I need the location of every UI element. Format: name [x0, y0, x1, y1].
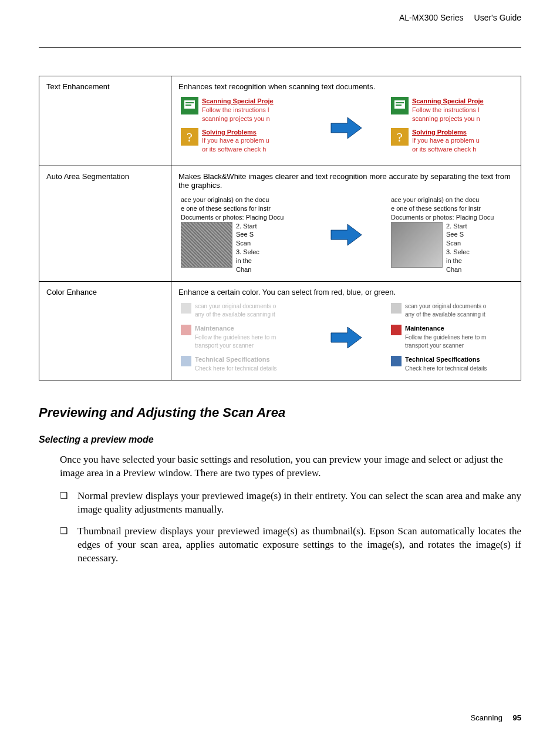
scan-icon — [181, 97, 198, 114]
illustration: Scanning Special Proje Follow the instru… — [178, 97, 514, 159]
doc-icon — [181, 303, 191, 314]
svg-marker-13 — [331, 224, 362, 245]
svg-marker-6 — [331, 117, 362, 139]
header-rule — [39, 47, 521, 48]
help-icon: ? — [391, 128, 409, 146]
feature-table: Text Enhancement Enhances text recogniti… — [39, 76, 521, 380]
feature-desc-cell: Enhances text recognition when scanning … — [171, 76, 521, 166]
svg-rect-19 — [391, 325, 402, 335]
cat-photo — [181, 222, 232, 268]
list-item: Thumbnail preview displays your previewe… — [60, 525, 521, 565]
spec-icon — [391, 356, 402, 366]
section-heading: Previewing and Adjusting the Scan Area — [39, 405, 521, 420]
after-panel: Scanning Special Proje Follow the instru… — [391, 97, 511, 159]
svg-rect-10 — [396, 105, 402, 106]
svg-rect-3 — [185, 105, 191, 106]
chapter-name: Scanning — [471, 713, 502, 722]
svg-rect-18 — [391, 303, 402, 314]
after-panel: scan your original documents o any of th… — [391, 302, 511, 373]
feature-desc: Enhances text recognition when scanning … — [178, 82, 514, 91]
svg-rect-14 — [181, 303, 191, 314]
feature-desc: Enhance a certain color. You can select … — [178, 288, 514, 296]
feature-name: Auto Area Segmentation — [46, 172, 129, 181]
before-panel: scan your original documents o any of th… — [181, 302, 301, 373]
guide-label: User's Guide — [474, 13, 521, 22]
page-header: AL-MX300 Series User's Guide — [39, 13, 521, 22]
intro-paragraph: Once you have selected your basic settin… — [60, 453, 521, 480]
subsection-heading: Selecting a preview mode — [39, 434, 521, 445]
feature-name: Color Enhance — [46, 288, 97, 296]
before-panel: Scanning Special Proje Follow the instru… — [181, 97, 301, 159]
page-number: 95 — [513, 713, 521, 722]
svg-marker-17 — [331, 327, 362, 348]
feature-desc-cell: Makes Black&White images clearer and tex… — [171, 166, 521, 282]
cat-photo — [391, 222, 443, 268]
help-icon: ? — [181, 128, 198, 146]
series-label: AL-MX300 Series — [399, 13, 464, 22]
before-panel: ace your originals) on the docu e one of… — [181, 196, 301, 274]
table-row: Auto Area Segmentation Makes Black&White… — [39, 166, 521, 282]
list-item: Normal preview displays your previewed i… — [60, 490, 521, 517]
feature-name: Text Enhancement — [46, 82, 110, 91]
preview-modes-list: Normal preview displays your previewed i… — [60, 490, 521, 565]
arrow-icon — [325, 326, 367, 349]
svg-rect-16 — [181, 356, 191, 366]
spec-icon — [181, 356, 191, 366]
svg-rect-9 — [396, 102, 404, 103]
feature-name-cell: Color Enhance — [39, 281, 171, 380]
svg-text:?: ? — [397, 130, 403, 144]
table-row: Color Enhance Enhance a certain color. Y… — [39, 281, 521, 380]
illustration: ace your originals) on the docu e one of… — [178, 196, 514, 274]
feature-name-cell: Auto Area Segmentation — [39, 166, 171, 282]
doc-icon — [391, 303, 402, 314]
feature-desc: Makes Black&White images clearer and tex… — [178, 172, 514, 190]
svg-rect-15 — [181, 325, 191, 335]
scan-icon — [391, 97, 409, 114]
table-row: Text Enhancement Enhances text recogniti… — [39, 76, 521, 166]
body-text-block: Once you have selected your basic settin… — [60, 453, 521, 565]
maintenance-icon — [391, 325, 402, 335]
feature-desc-cell: Enhance a certain color. You can select … — [171, 281, 521, 380]
arrow-icon — [325, 223, 367, 247]
svg-rect-2 — [185, 102, 194, 103]
maintenance-icon — [181, 325, 191, 335]
illustration: scan your original documents o any of th… — [178, 302, 514, 373]
feature-name-cell: Text Enhancement — [39, 76, 171, 166]
page-footer: Scanning 95 — [471, 713, 521, 722]
after-panel: ace your originals) on the docu e one of… — [391, 196, 511, 274]
svg-text:?: ? — [187, 130, 193, 144]
arrow-icon — [325, 116, 367, 140]
svg-rect-20 — [391, 356, 402, 366]
